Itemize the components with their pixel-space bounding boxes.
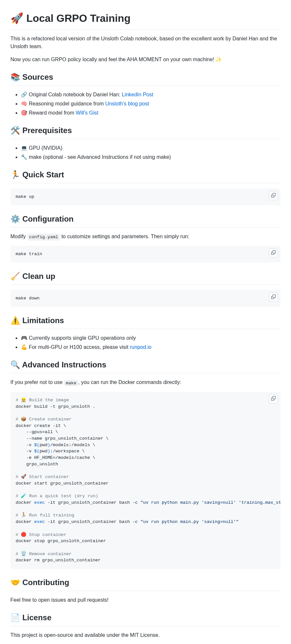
code-text: # 👷 Build the image docker build -t grpo… bbox=[16, 397, 275, 564]
config-yaml-code: config.yaml bbox=[27, 234, 60, 240]
text-segment: Modify bbox=[10, 234, 27, 239]
source-text: 🔗 Original Colab notebook by Daniel Han: bbox=[21, 92, 122, 97]
copy-icon bbox=[271, 250, 276, 256]
configuration-code: make train bbox=[10, 246, 281, 263]
sources-list: 🔗 Original Colab notebook by Daniel Han:… bbox=[10, 91, 281, 117]
license-heading: 📄 License bbox=[10, 612, 281, 626]
list-item: 🔧 make (optional - see Advanced Instruct… bbox=[21, 153, 281, 161]
limitations-list: 🎮 Currently supports single GPU operatio… bbox=[10, 334, 281, 351]
contributing-text: Feel free to open issues and pull reques… bbox=[10, 596, 281, 604]
text-segment: to customize settings and parameters. Th… bbox=[60, 234, 189, 239]
text-segment: If you prefer not to use bbox=[10, 379, 64, 385]
make-code: make bbox=[64, 380, 78, 386]
source-text: 🎯 Reward model from bbox=[21, 110, 76, 116]
copy-button[interactable] bbox=[269, 394, 278, 404]
intro-paragraph-2: Now you can run GRPO policy locally and … bbox=[10, 56, 281, 63]
configuration-text: Modify config.yaml to customize settings… bbox=[10, 233, 281, 240]
runpod-link[interactable]: runpod.io bbox=[130, 344, 152, 350]
code-text: make down bbox=[16, 296, 39, 301]
code-text: make up bbox=[16, 194, 34, 199]
copy-button[interactable] bbox=[269, 191, 278, 200]
sources-heading: 📚 Sources bbox=[10, 71, 281, 86]
source-text: 🧠 Reasoning model guidance from bbox=[21, 101, 105, 106]
text-segment: , you can run the Docker commands direct… bbox=[78, 379, 181, 385]
quick-start-code: make up bbox=[10, 188, 281, 205]
license-text: This project is open-source and availabl… bbox=[10, 631, 281, 639]
text-segment: 💪 For multi-GPU or H100 access, please v… bbox=[21, 344, 130, 350]
linkedin-link[interactable]: LinkedIn Post bbox=[122, 92, 153, 97]
advanced-text: If you prefer not to use make, you can r… bbox=[10, 378, 281, 386]
intro-paragraph-1: This is a refactored local version of th… bbox=[10, 35, 281, 50]
code-text: make train bbox=[16, 252, 42, 256]
list-item: 💪 For multi-GPU or H100 access, please v… bbox=[21, 343, 281, 351]
prerequisites-list: 💻 GPU (NVIDIA) 🔧 make (optional - see Ad… bbox=[10, 144, 281, 161]
cleanup-code: make down bbox=[10, 290, 281, 307]
wills-gist-link[interactable]: Will's Gist bbox=[76, 110, 99, 116]
list-item: 🎯 Reward model from Will's Gist bbox=[21, 109, 281, 117]
copy-icon bbox=[271, 193, 276, 199]
copy-icon bbox=[271, 295, 276, 300]
cleanup-heading: 🧹 Clean up bbox=[10, 270, 281, 285]
page-title: 🚀 Local GRPO Training bbox=[10, 10, 281, 30]
copy-icon bbox=[271, 396, 276, 402]
limitations-heading: ⚠️ Limitations bbox=[10, 315, 281, 329]
copy-button[interactable] bbox=[269, 293, 278, 302]
list-item: 💻 GPU (NVIDIA) bbox=[21, 144, 281, 152]
contributing-heading: 🤝 Contributing bbox=[10, 577, 281, 591]
list-item: 🔗 Original Colab notebook by Daniel Han:… bbox=[21, 91, 281, 99]
quick-start-heading: 🏃 Quick Start bbox=[10, 169, 281, 183]
configuration-heading: ⚙️ Configuration bbox=[10, 213, 281, 227]
prerequisites-heading: 🛠️ Prerequisites bbox=[10, 125, 281, 139]
advanced-heading: 🔍 Advanced Instructions bbox=[10, 359, 281, 373]
list-item: 🧠 Reasoning model guidance from Unsloth'… bbox=[21, 100, 281, 108]
unsloth-blog-link[interactable]: Unsloth's blog post bbox=[105, 101, 149, 106]
advanced-code: # 👷 Build the image docker build -t grpo… bbox=[10, 392, 281, 569]
copy-button[interactable] bbox=[269, 248, 278, 257]
list-item: 🎮 Currently supports single GPU operatio… bbox=[21, 334, 281, 342]
